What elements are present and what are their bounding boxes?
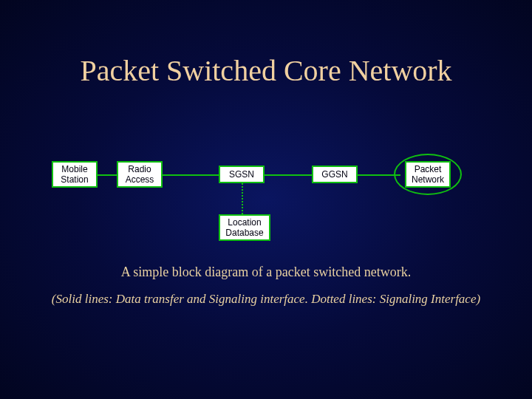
node-packet-network: PacketNetwork xyxy=(405,161,451,188)
caption-line2: (Solid lines: Data transfer and Signalin… xyxy=(0,292,532,307)
link-sgsn-ggsn xyxy=(265,174,312,176)
link-radio-sgsn xyxy=(163,174,219,176)
caption: A simple block diagram of a packet switc… xyxy=(0,265,532,307)
node-ggsn: GGSN xyxy=(312,166,358,183)
node-location-database: LocationDatabase xyxy=(219,214,270,241)
page-title: Packet Switched Core Network xyxy=(0,0,532,88)
diagram: MobileStation RadioAccess SGSN GGSN Pack… xyxy=(52,148,480,259)
link-sgsn-location-dotted xyxy=(242,183,243,214)
node-mobile-station: MobileStation xyxy=(52,161,98,188)
node-radio-access: RadioAccess xyxy=(117,161,163,188)
caption-line1: A simple block diagram of a packet switc… xyxy=(0,265,532,280)
node-sgsn: SGSN xyxy=(219,166,265,183)
link-mobile-radio xyxy=(98,174,117,176)
